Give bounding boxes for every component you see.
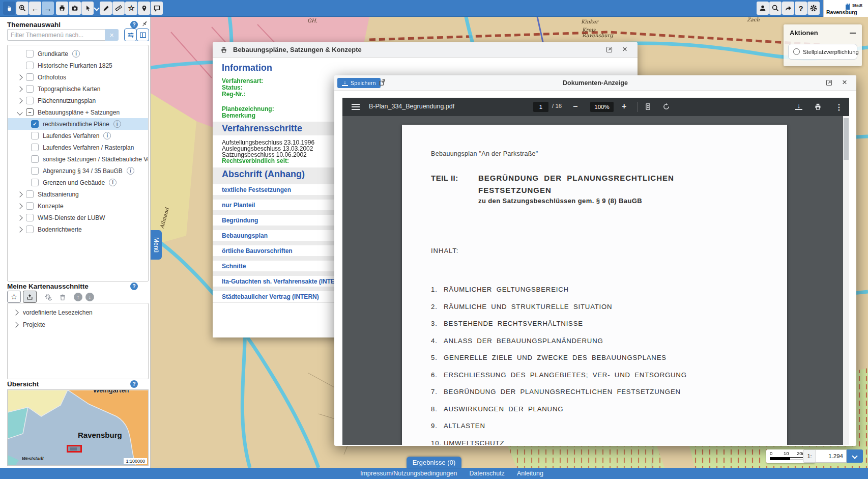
pan-tool-button[interactable]	[3, 2, 15, 15]
tree-item-historische-flurkarten[interactable]: Historische Flurkarten 1825	[8, 60, 148, 71]
maximize-icon[interactable]	[825, 79, 833, 87]
pdf-page-input[interactable]	[533, 102, 548, 112]
filter-clear-button[interactable]	[105, 29, 119, 41]
chevron-right-icon[interactable]	[17, 227, 22, 232]
pdf-menu-button[interactable]	[352, 104, 360, 110]
zoom-tool-button[interactable]	[16, 2, 28, 15]
tree-item-laufendes-verfahren-rasterplan[interactable]: Laufendes Verfahren / Rasterplan	[8, 142, 148, 153]
pdf-zoom-input[interactable]	[590, 102, 614, 112]
bookmark-item-lesezeichen[interactable]: vordefinierte Lesezeichen	[8, 306, 148, 319]
marker-button[interactable]	[138, 2, 150, 15]
tree-item-rechtsverbindliche-plaene[interactable]: rechtsverbindliche Pläne	[8, 118, 148, 130]
results-tab[interactable]: Ergebnisse (0)	[407, 457, 461, 468]
tree-item-stadtsanierung[interactable]: Stadtsanierung	[8, 188, 148, 200]
share-button[interactable]	[782, 2, 794, 15]
footer-link-anleitung[interactable]: Anleitung	[517, 470, 543, 477]
minimize-icon[interactable]	[850, 33, 856, 34]
draw-tool-button[interactable]	[100, 2, 112, 15]
history-forward-button[interactable]	[42, 2, 54, 15]
tree-item-sonstige-satzungen[interactable]: sonstige Satzungen / Städtebauliche Vert…	[8, 153, 148, 165]
scale-ratio-input[interactable]	[816, 449, 847, 463]
save-button[interactable]: Speichern	[337, 78, 381, 88]
checkbox[interactable]	[31, 167, 39, 175]
info-icon[interactable]	[127, 167, 134, 175]
tree-item-grenzen-gebaeude[interactable]: Grenzen und Gebäude	[8, 177, 148, 188]
pin-panel-icon[interactable]	[140, 20, 149, 28]
settings-button[interactable]	[807, 2, 820, 15]
user-button[interactable]	[757, 2, 769, 15]
footer-link-impressum[interactable]: Impressum/Nutzungsbedingungen	[360, 470, 457, 477]
bookmark-button[interactable]	[125, 2, 137, 15]
screenshot-button[interactable]	[69, 2, 81, 15]
checkbox[interactable]	[31, 155, 39, 163]
add-bookmark-button[interactable]	[7, 291, 21, 303]
chevron-right-icon[interactable]	[17, 74, 22, 80]
select-tool-dropdown-icon[interactable]	[94, 5, 99, 11]
checkbox[interactable]	[26, 214, 34, 221]
scale-dropdown-button[interactable]	[847, 449, 863, 463]
chevron-right-icon[interactable]	[17, 191, 22, 197]
pdf-print-button[interactable]	[814, 102, 822, 111]
checkbox[interactable]	[31, 132, 39, 139]
tree-item-laufendes-verfahren[interactable]: Laufendes Verfahren	[8, 130, 148, 142]
layer-columns-button[interactable]	[136, 29, 149, 41]
tree-item-topographische-karten[interactable]: Topographische Karten	[8, 83, 148, 95]
checkbox-indeterminate[interactable]	[26, 108, 34, 116]
chevron-right-icon[interactable]	[17, 98, 22, 103]
info-icon[interactable]	[72, 50, 80, 58]
checkbox[interactable]	[26, 85, 34, 93]
chevron-right-icon[interactable]	[17, 215, 22, 220]
rotate-button[interactable]	[662, 102, 671, 111]
fit-page-button[interactable]	[644, 102, 652, 111]
footer-link-datenschutz[interactable]: Datenschutz	[469, 470, 504, 477]
search-button[interactable]	[769, 2, 782, 15]
attachment-link[interactable]: textliche Festsetzungen	[222, 186, 291, 193]
pdf-download-button[interactable]	[795, 103, 802, 110]
radio-icon[interactable]	[793, 48, 800, 55]
info-icon[interactable]	[103, 132, 111, 139]
attachment-link[interactable]: Städtebaulicher Vertrag (INTERN)	[222, 293, 319, 300]
chevron-down-icon[interactable]	[17, 109, 22, 115]
attachment-link[interactable]: Bebauungsplan	[222, 232, 268, 239]
chevron-right-icon[interactable]	[17, 86, 22, 92]
scrollbar-thumb[interactable]	[844, 118, 849, 160]
external-link-icon[interactable]	[378, 78, 386, 87]
tree-item-bodenrichtwerte[interactable]: Bodenrichtwerte	[8, 223, 148, 235]
zoom-in-button[interactable]: +	[622, 102, 626, 111]
tree-item-abgrenzung-baugb[interactable]: Abgrenzung § 34 / 35 BauGB	[8, 165, 148, 177]
bookmarks-help-icon[interactable]	[130, 283, 138, 290]
move-down-button[interactable]	[85, 293, 94, 301]
print-button[interactable]	[56, 2, 68, 15]
select-tool-button[interactable]	[81, 2, 94, 15]
info-icon[interactable]	[109, 179, 117, 186]
bookmark-item-projekte[interactable]: Projekte	[8, 319, 148, 331]
overview-map[interactable]: Weingarten Ravensburg Weststadt 1:100000	[7, 389, 149, 466]
tree-item-orthofotos[interactable]: Orthofotos	[8, 71, 148, 83]
layer-settings-button[interactable]	[124, 29, 137, 41]
attachment-link[interactable]: Ita-Gutachten sh. Verfahrensakte (INTERN…	[222, 278, 345, 285]
help-button[interactable]: ?	[795, 2, 807, 15]
bookmark-settings-button[interactable]	[43, 292, 54, 303]
import-bookmark-button[interactable]	[23, 291, 37, 303]
checkbox[interactable]	[31, 179, 39, 186]
tree-item-flaechennutzungsplan[interactable]: Flächennutzungsplan	[8, 95, 148, 106]
chevron-right-icon[interactable]	[13, 322, 18, 327]
attachment-link[interactable]: Begründung	[222, 217, 258, 224]
theme-filter-input[interactable]	[7, 29, 105, 41]
themes-help-icon[interactable]	[130, 21, 138, 29]
menu-tab[interactable]: Menü	[151, 230, 162, 260]
delete-bookmark-button[interactable]	[57, 292, 68, 303]
tree-item-wms-dienste[interactable]: WMS-Dienste der LUBW	[8, 212, 148, 223]
attachment-link[interactable]: nur Planteil	[222, 202, 255, 209]
checkbox[interactable]	[26, 62, 34, 69]
overview-help-icon[interactable]	[130, 380, 138, 388]
measure-tool-button[interactable]	[112, 2, 125, 15]
checkbox[interactable]	[31, 144, 39, 151]
pdf-scrollbar[interactable]	[843, 116, 849, 445]
zoom-out-button[interactable]: −	[573, 102, 577, 111]
tree-item-bebauungsplaene[interactable]: Bebauungspläne + Satzungen	[8, 106, 148, 118]
history-back-button[interactable]	[29, 2, 41, 15]
checkbox[interactable]	[26, 73, 34, 81]
checkbox[interactable]	[26, 97, 34, 104]
close-icon[interactable]	[842, 78, 847, 87]
